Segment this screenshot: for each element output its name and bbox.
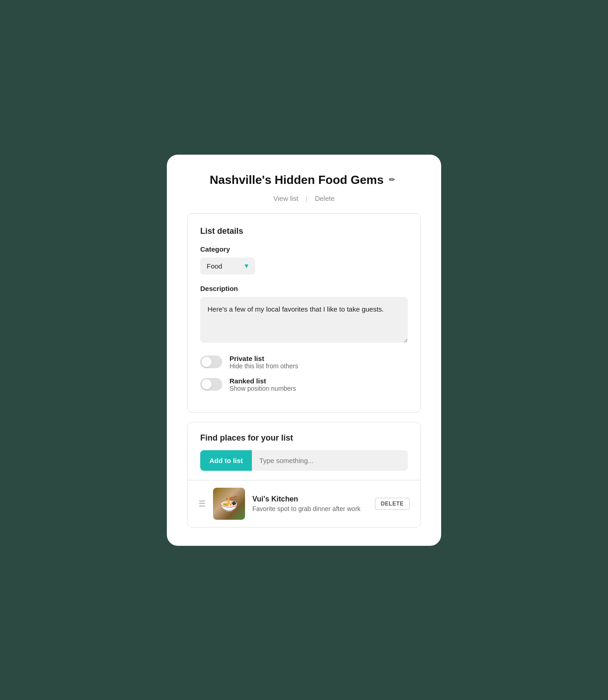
category-select[interactable]: Food Arts Nature Nightlife Shopping Sigh… <box>200 258 255 275</box>
private-list-title: Private list <box>229 355 298 362</box>
place-description: Favorite spot to grab dinner after work <box>252 505 361 512</box>
description-group: Description Here's a few of my local fav… <box>200 285 408 345</box>
place-name: Vui's Kitchen <box>252 495 361 503</box>
ranked-list-toggle[interactable] <box>200 378 222 391</box>
private-list-text: Private list Hide this list from others <box>229 355 298 370</box>
description-textarea[interactable]: Here's a few of my local favorites that … <box>200 297 408 343</box>
add-to-list-button[interactable]: Add to list <box>200 450 252 471</box>
drag-handle-icon[interactable]: ☰ <box>198 499 206 509</box>
category-group: Category Food Arts Nature Nightlife Shop… <box>200 245 408 275</box>
view-list-link[interactable]: View list <box>273 194 299 202</box>
place-info: Vui's Kitchen Favorite spot to grab dinn… <box>252 495 361 512</box>
list-details-card: List details Category Food Arts Nature N… <box>187 213 421 413</box>
ranked-list-title: Ranked list <box>229 377 296 385</box>
modal: Nashville's Hidden Food Gems ✏ View list… <box>167 155 441 546</box>
delete-item-button[interactable]: DELETE <box>375 498 410 510</box>
list-details-title: List details <box>200 226 408 236</box>
category-select-wrapper[interactable]: Food Arts Nature Nightlife Shopping Sigh… <box>200 258 255 275</box>
ranked-list-text: Ranked list Show position numbers <box>229 377 296 392</box>
modal-actions: View list | Delete <box>187 194 421 202</box>
action-separator: | <box>306 194 308 202</box>
ranked-list-subtitle: Show position numbers <box>229 385 296 392</box>
modal-header: Nashville's Hidden Food Gems ✏ <box>187 173 421 187</box>
list-item: ☰ DELETE Vui's Kitchen Favorite spot to … <box>187 480 421 527</box>
private-list-toggle[interactable] <box>200 355 222 368</box>
delete-list-link[interactable]: Delete <box>315 194 335 202</box>
description-label: Description <box>200 285 408 292</box>
find-places-header: Find places for your list Add to list <box>187 422 421 480</box>
ranked-list-toggle-row: Ranked list Show position numbers <box>200 377 408 392</box>
place-thumbnail <box>213 488 245 520</box>
find-places-card: Find places for your list Add to list ☰ … <box>187 422 421 528</box>
private-list-toggle-row: Private list Hide this list from others <box>200 355 408 370</box>
search-input[interactable] <box>252 450 408 471</box>
edit-icon[interactable]: ✏ <box>389 175 398 184</box>
find-places-title: Find places for your list <box>200 433 408 443</box>
private-list-subtitle: Hide this list from others <box>229 362 298 370</box>
category-label: Category <box>200 245 408 253</box>
search-row: Add to list <box>200 450 408 471</box>
modal-title: Nashville's Hidden Food Gems <box>210 173 384 187</box>
